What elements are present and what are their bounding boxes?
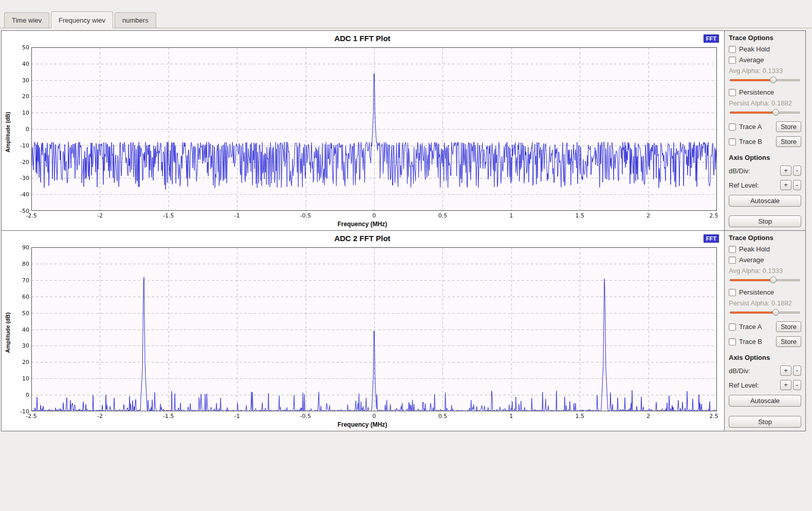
persistence-row[interactable]: Persistence xyxy=(729,88,801,96)
trace-a-row: Trace A Store xyxy=(729,121,801,132)
slider-fill xyxy=(730,279,773,281)
adc1-fft-canvas xyxy=(12,44,721,220)
ref-level-row: Ref Level: + - xyxy=(729,180,801,190)
trace-b-row: Trace B Store xyxy=(729,136,801,147)
avg-alpha-slider[interactable] xyxy=(730,276,800,284)
tab-bar: Time wiev Frequency wiev numbers xyxy=(0,0,812,28)
average-label: Average xyxy=(739,256,764,264)
db-div-minus-button[interactable]: - xyxy=(793,366,801,376)
trace-options-heading: Trace Options xyxy=(729,234,801,242)
average-row[interactable]: Average xyxy=(729,256,801,264)
fft-badge: FFT xyxy=(704,34,719,43)
trace-options-heading: Trace Options xyxy=(729,34,801,42)
adc1-section: ADC 1 FFT Plot FFT Amplitude (dB) Freque… xyxy=(2,31,805,231)
avg-alpha-label: Avg Alpha: 0.1333 xyxy=(729,267,801,275)
trace-a-label: Trace A xyxy=(739,123,762,131)
store-trace-b-button[interactable]: Store xyxy=(776,136,801,147)
persistence-checkbox[interactable] xyxy=(729,289,736,296)
db-div-label: dB/Div: xyxy=(729,367,779,375)
ref-level-minus-button[interactable]: - xyxy=(793,380,801,390)
ref-level-label: Ref Level: xyxy=(729,381,779,389)
adc2-x-axis-label: Frequency (MHz) xyxy=(4,421,721,430)
avg-alpha-slider[interactable] xyxy=(730,76,800,84)
average-label: Average xyxy=(739,56,764,64)
average-checkbox[interactable] xyxy=(729,257,736,264)
autoscale-button[interactable]: Autoscale xyxy=(729,395,801,407)
trace-a-label: Trace A xyxy=(739,323,762,331)
avg-alpha-slider-knob[interactable] xyxy=(770,77,777,83)
average-checkbox[interactable] xyxy=(729,57,736,64)
autoscale-button[interactable]: Autoscale xyxy=(729,195,801,207)
trace-b-row: Trace B Store xyxy=(729,336,801,347)
persist-alpha-slider-knob[interactable] xyxy=(772,309,779,316)
tab-numbers[interactable]: numbers xyxy=(115,12,156,28)
adc2-plot-title: ADC 2 FFT Plot xyxy=(4,233,721,244)
adc2-y-axis-label: Amplitude (dB) xyxy=(4,244,12,421)
adc1-plot-title: ADC 1 FFT Plot xyxy=(4,33,721,44)
trace-a-checkbox[interactable] xyxy=(729,123,736,131)
trace-a-row: Trace A Store xyxy=(729,321,801,332)
slider-fill xyxy=(730,112,776,114)
db-div-plus-button[interactable]: + xyxy=(780,366,791,376)
adc2-plot-panel: ADC 2 FFT Plot FFT Amplitude (dB) Freque… xyxy=(2,231,724,431)
persistence-checkbox[interactable] xyxy=(729,89,736,96)
average-row[interactable]: Average xyxy=(729,56,801,64)
ref-level-row: Ref Level: + - xyxy=(729,380,801,390)
slider-fill xyxy=(730,312,776,314)
ref-level-plus-button[interactable]: + xyxy=(780,380,791,390)
persistence-label: Persistence xyxy=(739,288,774,296)
peak-hold-label: Peak Hold xyxy=(739,45,770,53)
ref-level-label: Ref Level: xyxy=(729,181,779,189)
persist-alpha-label: Persist Alpha: 0.1882 xyxy=(729,99,801,107)
db-div-minus-button[interactable]: - xyxy=(793,166,801,176)
adc1-x-axis-label: Frequency (MHz) xyxy=(4,220,721,229)
axis-options-heading: Axis Options xyxy=(729,354,801,361)
stop-button[interactable]: Stop xyxy=(729,416,801,428)
db-div-plus-button[interactable]: + xyxy=(780,166,791,176)
persist-alpha-label: Persist Alpha: 0.1882 xyxy=(729,299,801,307)
trace-b-checkbox[interactable] xyxy=(729,338,736,345)
persist-alpha-slider-knob[interactable] xyxy=(772,109,779,116)
store-trace-a-button[interactable]: Store xyxy=(776,121,801,132)
tab-frequency-view[interactable]: Frequency wiev xyxy=(51,11,113,28)
adc2-section: ADC 2 FFT Plot FFT Amplitude (dB) Freque… xyxy=(2,231,805,431)
adc1-chart-area: Amplitude (dB) xyxy=(4,44,721,220)
axis-options-heading: Axis Options xyxy=(729,154,801,161)
store-trace-a-button[interactable]: Store xyxy=(776,321,801,332)
peak-hold-label: Peak Hold xyxy=(739,245,770,253)
slider-fill xyxy=(730,79,773,81)
main-frame: ADC 1 FFT Plot FFT Amplitude (dB) Freque… xyxy=(1,30,806,431)
trace-b-label: Trace B xyxy=(739,138,762,145)
db-div-row: dB/Div: + - xyxy=(729,366,801,376)
adc2-chart-area: Amplitude (dB) xyxy=(4,244,721,421)
db-div-row: dB/Div: + - xyxy=(729,166,801,176)
peak-hold-row[interactable]: Peak Hold xyxy=(729,245,801,253)
adc1-plot-panel: ADC 1 FFT Plot FFT Amplitude (dB) Freque… xyxy=(2,31,724,230)
stop-button[interactable]: Stop xyxy=(729,215,801,227)
persistence-label: Persistence xyxy=(739,88,774,96)
trace-b-checkbox[interactable] xyxy=(729,138,736,145)
peak-hold-checkbox[interactable] xyxy=(729,46,736,53)
adc2-trace-options-panel: Trace Options Peak Hold Average Avg Alph… xyxy=(724,231,805,431)
avg-alpha-label: Avg Alpha: 0.1333 xyxy=(729,67,801,75)
peak-hold-row[interactable]: Peak Hold xyxy=(729,45,801,53)
tab-time-view[interactable]: Time wiev xyxy=(4,12,49,28)
adc1-y-axis-label: Amplitude (dB) xyxy=(4,44,12,220)
avg-alpha-slider-knob[interactable] xyxy=(770,277,777,283)
trace-b-label: Trace B xyxy=(739,338,762,345)
fft-badge: FFT xyxy=(704,234,719,243)
ref-level-plus-button[interactable]: + xyxy=(780,180,791,190)
ref-level-minus-button[interactable]: - xyxy=(793,180,801,190)
peak-hold-checkbox[interactable] xyxy=(729,246,736,253)
persist-alpha-slider[interactable] xyxy=(730,308,800,317)
store-trace-b-button[interactable]: Store xyxy=(776,336,801,347)
adc1-trace-options-panel: Trace Options Peak Hold Average Avg Alph… xyxy=(724,31,805,230)
db-div-label: dB/Div: xyxy=(729,167,779,175)
adc2-fft-canvas xyxy=(12,244,721,421)
persist-alpha-slider[interactable] xyxy=(730,108,800,117)
trace-a-checkbox[interactable] xyxy=(729,323,736,331)
persistence-row[interactable]: Persistence xyxy=(729,288,801,296)
